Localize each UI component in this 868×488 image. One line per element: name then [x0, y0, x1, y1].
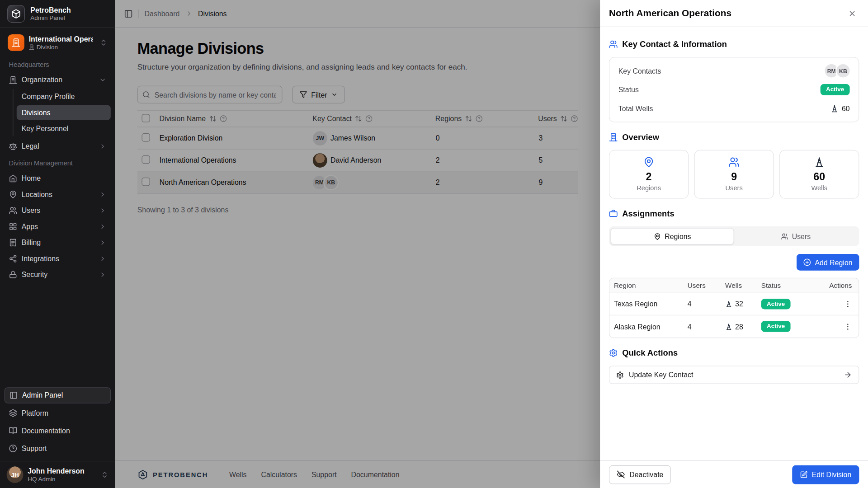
- avatar: JH: [7, 466, 24, 483]
- eye-off-icon: [617, 470, 625, 479]
- org-type: Division: [29, 44, 95, 51]
- building-icon: [29, 44, 34, 50]
- organization-subtree: Company Profile Divisions Key Personnel: [13, 89, 111, 136]
- region-row[interactable]: Texas Region 4 32 Active: [609, 293, 859, 315]
- building-icon: [609, 132, 618, 141]
- sidebar-item-home[interactable]: Home: [5, 170, 111, 187]
- stat-value: 60: [813, 171, 825, 183]
- sidebar-item-admin-panel[interactable]: Admin Panel: [5, 387, 111, 404]
- sidebar-item-key-personnel[interactable]: Key Personnel: [17, 121, 111, 136]
- status-badge: Active: [761, 299, 791, 310]
- tab-label: Users: [792, 232, 811, 240]
- sidebar-item-locations[interactable]: Locations: [5, 187, 111, 203]
- stat-card-wells: 60 Wells: [779, 150, 859, 199]
- sidebar-item-divisions[interactable]: Divisions: [17, 105, 111, 120]
- region-users: 4: [688, 300, 725, 308]
- chevron-right-icon: [99, 255, 106, 262]
- org-switcher[interactable]: International Operations Division: [5, 32, 111, 54]
- brand-subtitle: Admin Panel: [30, 14, 71, 21]
- org-logo: [8, 34, 24, 51]
- item-label: Support: [22, 444, 47, 452]
- status-badge: Active: [761, 321, 791, 332]
- division-detail-drawer: North American Operations Key Contact & …: [600, 0, 868, 488]
- chevron-down-icon: [99, 76, 106, 84]
- more-vertical-icon[interactable]: [844, 300, 852, 308]
- status-badge: Active: [821, 84, 850, 95]
- app-root: PetroBench Admin Panel International Ope…: [0, 0, 868, 488]
- chevrons-up-down-icon: [101, 471, 108, 479]
- close-button[interactable]: [845, 6, 859, 20]
- user-name: John Henderson: [28, 467, 96, 476]
- sidebar-item-integrations[interactable]: Integrations: [5, 251, 111, 267]
- derrick-icon: [814, 157, 825, 168]
- sidebar-item-organization[interactable]: Organization: [5, 72, 111, 88]
- map-pin-icon: [643, 157, 654, 168]
- sidebar-item-apps[interactable]: Apps: [5, 219, 111, 235]
- total-wells-row: Total Wells 60: [618, 99, 850, 118]
- column-header-users: Users: [688, 282, 725, 289]
- derrick-icon: [830, 104, 838, 113]
- row-label: Status: [618, 85, 639, 94]
- row-label: Total Wells: [618, 104, 653, 113]
- wells-value: 60: [842, 104, 850, 113]
- sidebar-item-platform[interactable]: Platform: [5, 405, 111, 421]
- region-row[interactable]: Alaska Region 4 28 Active: [609, 315, 859, 338]
- cube-icon: [11, 9, 21, 19]
- stat-label: Users: [725, 184, 742, 192]
- users-icon: [9, 206, 17, 215]
- section-heading: Overview: [622, 132, 659, 142]
- region-name: Alaska Region: [609, 322, 688, 330]
- stat-card-users: 9 Users: [694, 150, 774, 199]
- chevron-right-icon: [99, 207, 106, 214]
- deactivate-button[interactable]: Deactivate: [609, 465, 671, 484]
- user-menu[interactable]: JH John Henderson HQ Admin: [0, 461, 115, 488]
- arrow-right-icon: [844, 371, 852, 379]
- contact-initials-chip: KB: [836, 64, 849, 77]
- sidebar-nav: Headquarters Organization Company Profil…: [0, 55, 115, 383]
- org-type-label: Division: [37, 44, 58, 51]
- brand-name: PetroBench: [30, 6, 71, 14]
- item-label: Locations: [22, 190, 52, 198]
- drawer-overlay[interactable]: [115, 0, 600, 488]
- button-label: Update Key Contact: [629, 371, 693, 379]
- more-vertical-icon[interactable]: [844, 322, 852, 330]
- section-overview: Overview: [609, 132, 859, 142]
- column-header-status: Status: [761, 282, 825, 289]
- region-wells: 32: [735, 300, 743, 308]
- map-pin-icon: [654, 233, 661, 240]
- add-region-button[interactable]: Add Region: [797, 254, 859, 271]
- grid-icon: [9, 222, 17, 230]
- section-label-division-management: Division Management: [5, 155, 111, 171]
- tab-users[interactable]: Users: [734, 228, 858, 244]
- stat-value: 9: [731, 171, 737, 183]
- update-key-contact-button[interactable]: Update Key Contact: [609, 366, 859, 384]
- section-key-contact: Key Contact & Information: [609, 39, 859, 49]
- home-icon: [9, 174, 17, 183]
- edit-division-button[interactable]: Edit Division: [793, 465, 859, 484]
- sidebar-item-support[interactable]: Support: [5, 441, 111, 457]
- tab-regions[interactable]: Regions: [611, 228, 734, 244]
- gear-icon: [616, 371, 624, 379]
- sidebar-item-company-profile[interactable]: Company Profile: [17, 89, 111, 104]
- help-circle-icon: [9, 444, 17, 452]
- sidebar-item-security[interactable]: Security: [5, 267, 111, 283]
- sidebar-item-users[interactable]: Users: [5, 202, 111, 219]
- button-label: Edit Division: [812, 470, 852, 479]
- region-wells: 28: [735, 322, 743, 330]
- tab-label: Regions: [665, 232, 691, 240]
- item-label: Home: [22, 174, 41, 183]
- building-icon: [9, 76, 17, 84]
- section-heading: Assignments: [622, 209, 674, 218]
- item-label: Integrations: [22, 254, 59, 263]
- brand-logo: [7, 5, 25, 22]
- users-icon: [609, 40, 618, 49]
- users-icon: [728, 157, 739, 168]
- section-heading: Key Contact & Information: [622, 39, 727, 49]
- sidebar-item-documentation[interactable]: Documentation: [5, 423, 111, 439]
- add-region-row: Add Region: [609, 254, 859, 271]
- sidebar-item-billing[interactable]: Billing: [5, 235, 111, 251]
- item-label: Admin Panel: [22, 391, 63, 399]
- sidebar-item-legal[interactable]: Legal: [5, 138, 111, 155]
- item-label: Company Profile: [22, 92, 75, 100]
- derrick-icon: [725, 323, 732, 330]
